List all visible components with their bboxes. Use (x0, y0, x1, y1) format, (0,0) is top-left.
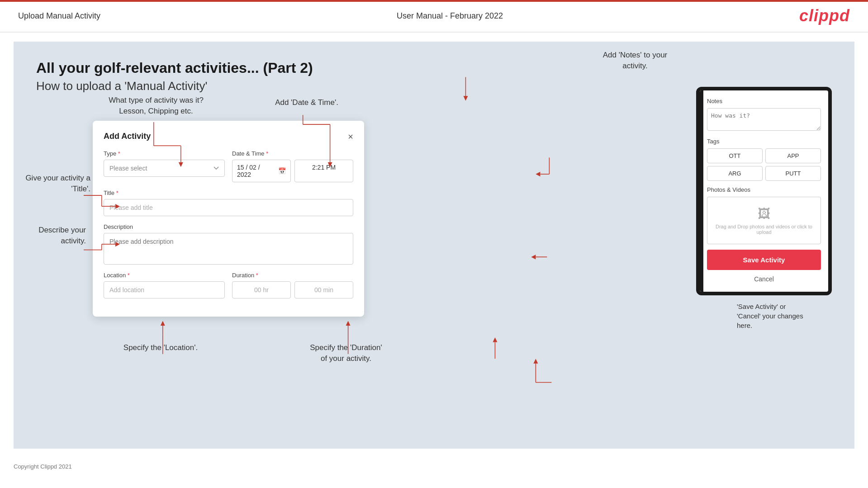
main-content: All your golf-relevant activities... (Pa… (14, 42, 854, 449)
tag-putt[interactable]: PUTT (765, 166, 821, 181)
page-title: Upload Manual Activity (18, 11, 100, 21)
svg-marker-25 (536, 172, 540, 176)
annotation-save-text: 'Save Activity' or'Cancel' your changesh… (737, 303, 803, 329)
svg-marker-22 (463, 96, 468, 100)
description-textarea[interactable] (104, 233, 353, 265)
calendar-icon: 📅 (278, 167, 286, 175)
title-label: Title * (104, 190, 353, 196)
location-duration-row: Location * Duration * (104, 272, 353, 298)
datetime-group: Date & Time * 15 / 02 / 2022 📅 2:21 PM (232, 150, 353, 182)
cancel-link[interactable]: Cancel (707, 274, 821, 284)
date-value: 15 / 02 / 2022 (237, 164, 275, 178)
annotation-description: Describe youractivity. (16, 225, 86, 246)
annotation-activity-type: What type of activity was it?Lesson, Chi… (106, 95, 206, 117)
svg-marker-20 (346, 321, 351, 325)
location-input[interactable] (104, 281, 225, 298)
notes-label: Notes (707, 98, 821, 104)
add-activity-dialog: Add Activity × Type * Please select Date… (93, 121, 364, 317)
annotation-duration: Specify the 'Duration'of your activity. (289, 342, 403, 364)
save-activity-button[interactable]: Save Activity (707, 250, 821, 270)
annotation-date-time: Add 'Date & Time'. (261, 97, 352, 108)
phone-panel: Notes Tags OTT APP ARG PUTT Photos & Vid… (696, 87, 832, 295)
close-button[interactable]: × (348, 132, 353, 141)
type-group: Type * Please select (104, 150, 225, 182)
location-group: Location * (104, 272, 225, 298)
tag-arg[interactable]: ARG (707, 166, 763, 181)
photos-upload-area[interactable]: 🖼 Drag and Drop photos and videos or cli… (707, 197, 821, 244)
annotation-title-text: Give your activity a'Title'. (25, 174, 90, 193)
duration-hr-input[interactable] (232, 281, 291, 298)
notes-textarea[interactable] (707, 108, 821, 131)
duration-group: Duration * (232, 272, 353, 298)
upload-icon: 🖼 (713, 206, 815, 221)
type-label: Type * (104, 150, 225, 157)
tags-grid: OTT APP ARG PUTT (707, 148, 821, 181)
phone-screen: Notes Tags OTT APP ARG PUTT Photos & Vid… (696, 87, 832, 295)
top-bar: Upload Manual Activity User Manual - Feb… (0, 0, 868, 33)
annotation-activity-type-text: What type of activity was it?Lesson, Chi… (109, 96, 204, 115)
page-subtitle: User Manual - February 2022 (397, 11, 503, 21)
tags-label: Tags (707, 138, 821, 145)
annotation-location-text: Specify the 'Location'. (123, 343, 198, 352)
duration-inputs (232, 281, 353, 298)
annotation-location: Specify the 'Location'. (113, 342, 208, 353)
title-group: Title * (104, 190, 353, 216)
tag-ott[interactable]: OTT (707, 148, 763, 163)
dialog-title: Add Activity (104, 132, 151, 141)
copyright-text: Copyright Clippd 2021 (14, 463, 72, 470)
time-input[interactable]: 2:21 PM (294, 160, 353, 182)
annotation-date-time-text: Add 'Date & Time'. (275, 98, 338, 107)
description-label: Description (104, 223, 353, 230)
annotation-description-text: Describe youractivity. (38, 226, 86, 245)
type-datetime-row: Type * Please select Date & Time * 15 / … (104, 150, 353, 182)
title-input[interactable] (104, 199, 353, 216)
dialog-header: Add Activity × (104, 132, 353, 141)
location-label: Location * (104, 272, 225, 279)
tag-app[interactable]: APP (765, 148, 821, 163)
annotation-notes-text: Add 'Notes' to youractivity. (603, 51, 668, 70)
svg-marker-18 (161, 321, 165, 325)
type-select[interactable]: Please select (104, 160, 225, 177)
svg-marker-27 (531, 255, 536, 259)
main-heading: All your golf-relevant activities... (Pa… (36, 60, 832, 76)
logo: clippd (799, 6, 850, 25)
duration-min-input[interactable] (294, 281, 353, 298)
datetime-label: Date & Time * (232, 150, 353, 157)
duration-label: Duration * (232, 272, 353, 279)
photos-upload-text: Drag and Drop photos and videos or click… (713, 224, 815, 235)
footer: Copyright Clippd 2021 (0, 458, 868, 475)
datetime-inputs: 15 / 02 / 2022 📅 2:21 PM (232, 160, 353, 182)
annotation-save: 'Save Activity' or'Cancel' your changesh… (737, 302, 850, 330)
annotation-duration-text: Specify the 'Duration'of your activity. (310, 343, 382, 363)
svg-marker-29 (493, 337, 497, 342)
photos-label: Photos & Videos (707, 186, 821, 193)
description-group: Description (104, 223, 353, 265)
date-input[interactable]: 15 / 02 / 2022 📅 (232, 160, 291, 182)
annotation-notes: Add 'Notes' to youractivity. (588, 50, 683, 71)
svg-marker-32 (533, 359, 538, 363)
annotation-title: Give your activity a'Title'. (16, 173, 90, 194)
